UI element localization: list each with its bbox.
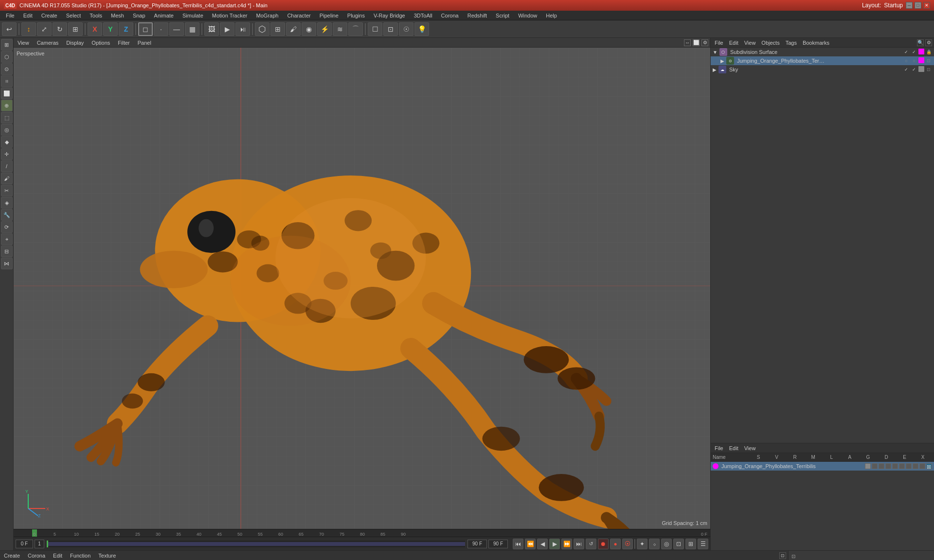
left-tool-polygons[interactable]: ⬜ [1, 88, 13, 99]
toolbar-display-4[interactable]: 💡 [414, 22, 429, 36]
attr-menu-view[interactable]: View [742, 445, 758, 452]
attr-ctrl-2[interactable] [872, 463, 878, 469]
toolbar-obj-model[interactable]: ◻ [138, 22, 153, 36]
toolbar-transform[interactable]: ⊞ [68, 22, 83, 36]
prev-frame-button[interactable]: ⏪ [525, 539, 536, 549]
menu-edit[interactable]: Edit [19, 12, 36, 19]
end-frame-input[interactable] [467, 540, 487, 548]
record-button[interactable]: ⏺ [598, 539, 609, 549]
left-tool-brush[interactable]: 🖌 [1, 173, 13, 184]
om-vis-1[interactable]: ✓ [903, 49, 910, 55]
om-vis-2[interactable]: ✓ [911, 49, 917, 55]
left-tool-wire[interactable]: ⌖ [1, 233, 13, 245]
toolbar-obj-poly[interactable]: ▦ [185, 22, 199, 36]
left-tool-twist[interactable]: ⟳ [1, 221, 13, 233]
attr-ctrl-4[interactable] [885, 463, 891, 469]
maximize-button[interactable]: □ [915, 2, 921, 9]
mat-menu-corona[interactable]: Corona [26, 552, 47, 559]
timeline-scrubber[interactable] [47, 541, 465, 547]
menu-file[interactable]: File [2, 12, 18, 19]
menu-snap[interactable]: Snap [129, 12, 149, 19]
viewport-menu-cameras[interactable]: Cameras [35, 39, 61, 46]
menu-vray[interactable]: V-Ray Bridge [370, 12, 409, 19]
go-start-button[interactable]: ⏮ [513, 539, 523, 549]
attr-menu-file[interactable]: File [713, 445, 725, 452]
menu-character[interactable]: Character [283, 12, 314, 19]
left-tool-magnet[interactable]: 🔧 [1, 209, 13, 221]
om-lock-sky[interactable]: ⊡ [925, 66, 932, 73]
om-color-sky[interactable] [918, 66, 924, 72]
menu-select[interactable]: Select [62, 12, 85, 19]
toolbar-dynamics[interactable]: ≋ [333, 22, 347, 36]
left-tool-edges[interactable]: ⌗ [1, 75, 13, 87]
left-tool-knife[interactable]: ✂ [1, 185, 13, 196]
mat-menu-create[interactable]: Create [2, 552, 22, 559]
play-back-button[interactable]: ◀ [537, 539, 548, 549]
om-search-icon[interactable]: 🔍 [917, 39, 924, 46]
om-row-frog[interactable]: ▶ ⊙ Jumping_Orange_Phyllobates_Terribili… [711, 56, 934, 65]
toolbar-hair[interactable]: ⚡ [317, 22, 332, 36]
left-tool-rect-select[interactable]: ⬚ [1, 112, 13, 123]
om-expand-sky[interactable]: ▶ [713, 67, 717, 72]
minimize-button[interactable]: ─ [906, 2, 913, 9]
close-button[interactable]: ✕ [923, 2, 930, 9]
toolbar-render-region[interactable]: 🖼 [204, 22, 219, 36]
mat-menu-texture[interactable]: Texture [96, 552, 118, 559]
attr-ctrl-8[interactable] [913, 463, 918, 469]
key-marker[interactable]: ⬦ [649, 539, 660, 549]
om-color-swatch-subdivision[interactable] [918, 49, 924, 54]
om-menu-file[interactable]: File [713, 39, 725, 46]
left-tool-loop-select[interactable]: ◎ [1, 124, 13, 136]
viewport-canvas-area[interactable]: Perspective Grid Spacing: 1 cm X Y Z [14, 48, 710, 529]
viewport-menu-panel[interactable]: Panel [136, 39, 153, 46]
toolbar-bucket-render[interactable]: ⊞ [270, 22, 285, 36]
menu-plugins[interactable]: Plugins [343, 12, 369, 19]
attr-ctrl-1[interactable] [865, 463, 871, 469]
om-menu-tags[interactable]: Tags [784, 39, 799, 46]
menu-3dtall[interactable]: 3DToAll [410, 12, 436, 19]
left-tool-line[interactable]: / [1, 160, 13, 172]
loop-button[interactable]: ↺ [586, 539, 596, 549]
left-tool-points[interactable]: ⊙ [1, 63, 13, 75]
toolbar-scale[interactable]: ⤢ [37, 22, 52, 36]
toolbar-rotate[interactable]: ↻ [53, 22, 67, 36]
menu-script[interactable]: Script [492, 12, 513, 19]
toolbar-undo[interactable]: ↩ [2, 22, 17, 36]
left-tool-texture[interactable]: ⬡ [1, 51, 13, 63]
record-settings[interactable]: ● [610, 539, 621, 549]
mat-menu-edit[interactable]: Edit [51, 552, 64, 559]
om-menu-edit[interactable]: Edit [727, 39, 740, 46]
toolbar-obj-edges[interactable]: — [169, 22, 184, 36]
viewport-maximize[interactable]: ⬜ [693, 39, 700, 46]
menu-motion-tracker[interactable]: Motion Tracker [208, 12, 251, 19]
auto-key[interactable]: ⦿ [622, 539, 633, 549]
viewport-menu-filter[interactable]: Filter [116, 39, 131, 46]
next-frame-button[interactable]: ⏩ [561, 539, 572, 549]
motion-clip[interactable]: ⊡ [673, 539, 684, 549]
om-row-sky[interactable]: ▶ ☁ Sky ✓ ✓ ⊡ [711, 65, 934, 74]
om-menu-objects[interactable]: Objects [759, 39, 781, 46]
viewport-menu-display[interactable]: Display [64, 39, 86, 46]
toolbar-spline[interactable]: ⌒ [348, 22, 363, 36]
left-tool-polygon-select[interactable]: ◆ [1, 136, 13, 148]
mat-panel-icon[interactable]: ⊡ [779, 552, 786, 559]
menu-simulate[interactable]: Simulate [179, 12, 207, 19]
timeline-ruler[interactable]: 0 5 10 15 20 25 30 35 40 45 50 55 60 65 … [14, 529, 710, 537]
toolbar-move[interactable]: ↕ [21, 22, 36, 36]
menu-mograph[interactable]: MoGraph [252, 12, 283, 19]
toolbar-paint[interactable]: 🖌 [286, 22, 301, 36]
attr-ctrl-3[interactable] [879, 463, 884, 469]
attr-menu-edit[interactable]: Edit [727, 445, 740, 452]
toolbar-axis-x[interactable]: X [88, 22, 102, 36]
menu-redshift[interactable]: Redshift [464, 12, 491, 19]
toolbar-axis-z[interactable]: Z [119, 22, 133, 36]
toolbar-display-3[interactable]: ☉ [399, 22, 413, 36]
left-tool-grid[interactable]: ⊟ [1, 245, 13, 257]
toolbar-display-2[interactable]: ⊡ [383, 22, 398, 36]
viewport-settings[interactable]: ⚙ [701, 39, 708, 46]
mat-menu-function[interactable]: Function [68, 552, 92, 559]
frame-marker[interactable]: ✦ [637, 539, 647, 549]
menu-animate[interactable]: Animate [150, 12, 178, 19]
om-row-subdivision[interactable]: ▼ ⬡ Subdivision Surface ✓ ✓ 🔒 [711, 48, 934, 56]
om-menu-view[interactable]: View [742, 39, 758, 46]
